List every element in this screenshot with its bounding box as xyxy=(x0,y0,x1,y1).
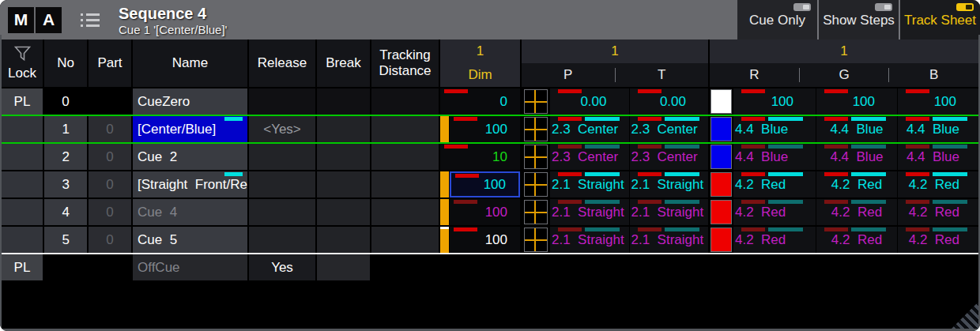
part-cell[interactable] xyxy=(89,254,131,280)
lock-cell[interactable]: PL xyxy=(2,88,43,115)
break-cell[interactable] xyxy=(317,144,370,170)
tracking-distance-cell[interactable] xyxy=(371,144,439,170)
release-cell[interactable] xyxy=(249,144,315,170)
tilt-value-cell[interactable]: 2.3 Center xyxy=(630,144,709,170)
group-number[interactable]: 1 xyxy=(710,39,978,63)
green-value-cell[interactable]: 4.4 Blue xyxy=(816,144,897,170)
button-track-sheet[interactable]: Track Sheet xyxy=(899,0,980,39)
release-cell[interactable] xyxy=(249,88,315,115)
red-value-cell[interactable]: 4.4 Blue xyxy=(733,116,816,142)
pan-value-cell[interactable]: 0.00 xyxy=(550,88,629,115)
part-cell[interactable] xyxy=(89,88,131,115)
red-value-cell[interactable]: 4.2 Red xyxy=(733,199,816,225)
header-part[interactable]: Part xyxy=(89,39,131,87)
break-cell[interactable] xyxy=(317,88,370,115)
tilt-value-cell[interactable]: 2.1 Straight xyxy=(630,199,709,225)
pan-value-cell[interactable]: 2.3 Center xyxy=(550,144,629,170)
dim-cell[interactable]: 10 xyxy=(440,144,520,170)
blue-value-cell[interactable]: 4.2 Red xyxy=(898,227,978,253)
list-icon[interactable] xyxy=(81,10,100,30)
cue-number-cell[interactable] xyxy=(44,254,87,280)
dim-value-cell[interactable]: 0 xyxy=(440,88,520,115)
green-value-cell[interactable]: 4.4 Blue xyxy=(816,116,897,142)
pan-value-cell[interactable]: 2.1 Straight xyxy=(550,171,629,197)
cue-name-cell[interactable]: [Straight Front/Re xyxy=(133,171,247,197)
lock-cell[interactable] xyxy=(2,144,43,170)
green-value-cell[interactable]: 4.2 Red xyxy=(816,227,897,253)
red-value-cell[interactable]: 4.4 Blue xyxy=(733,144,816,170)
dim-value-cell[interactable]: 100 xyxy=(450,199,520,225)
header-dim[interactable]: Dim xyxy=(440,67,520,83)
tracking-distance-cell[interactable] xyxy=(371,199,439,225)
blue-value-cell[interactable]: 100 xyxy=(898,88,978,115)
cue-number-cell[interactable]: 0 xyxy=(44,88,87,115)
header-td[interactable]: Tracking Distance xyxy=(371,39,439,87)
header-g[interactable]: G xyxy=(800,67,889,83)
dim-cell[interactable]: 100 xyxy=(440,171,520,197)
tracking-distance-cell[interactable] xyxy=(371,171,439,197)
release-cell[interactable] xyxy=(249,199,315,225)
group-number[interactable]: 1 xyxy=(522,39,708,63)
header-name[interactable]: Name xyxy=(133,39,247,87)
cue-number-cell[interactable]: 5 xyxy=(44,227,87,253)
group-number[interactable]: 1 xyxy=(440,39,520,63)
dim-value-cell[interactable]: 100 xyxy=(450,227,520,253)
dim-value-cell[interactable]: 100 xyxy=(450,116,520,142)
tracking-distance-cell[interactable] xyxy=(371,227,439,253)
part-cell[interactable]: 0 xyxy=(89,199,131,225)
release-cell[interactable] xyxy=(249,227,315,253)
cue-name-cell[interactable]: [Center/Blue] xyxy=(133,116,247,142)
blue-value-cell[interactable]: 4.2 Red xyxy=(898,171,978,197)
dim-cell[interactable]: 0 xyxy=(440,88,520,115)
tilt-value-cell[interactable]: 2.1 Straight xyxy=(630,227,709,253)
button-cue-only[interactable]: Cue Only xyxy=(737,0,817,39)
tilt-value-cell[interactable]: 2.1 Straight xyxy=(630,171,709,197)
tracking-distance-cell[interactable] xyxy=(371,116,439,142)
pan-value-cell[interactable]: 2.1 Straight xyxy=(550,199,629,225)
header-break[interactable]: Break xyxy=(317,39,370,87)
part-cell[interactable]: 0 xyxy=(89,227,131,253)
resize-handle[interactable] xyxy=(952,302,978,329)
header-lock[interactable]: Lock xyxy=(2,39,43,87)
cue-name-cell[interactable]: Cue 2 xyxy=(133,144,247,170)
ma-logo[interactable]: M A xyxy=(8,7,62,33)
blue-value-cell[interactable]: 4.2 Red xyxy=(898,199,978,225)
red-value-cell[interactable]: 100 xyxy=(733,88,816,115)
header-p[interactable]: P xyxy=(522,67,615,83)
tracking-distance-cell[interactable] xyxy=(371,88,439,115)
part-cell[interactable]: 0 xyxy=(89,144,131,170)
header-release[interactable]: Release xyxy=(249,39,315,87)
release-cell[interactable]: <Yes> xyxy=(249,116,315,142)
cue-name-cell[interactable]: Cue 4 xyxy=(133,199,247,225)
header-t[interactable]: T xyxy=(616,67,709,83)
tilt-value-cell[interactable]: 0.00 xyxy=(630,88,709,115)
part-cell[interactable]: 0 xyxy=(89,171,131,197)
red-value-cell[interactable]: 4.2 Red xyxy=(733,171,816,197)
break-cell[interactable] xyxy=(317,199,370,225)
green-value-cell[interactable]: 4.2 Red xyxy=(816,199,897,225)
pan-value-cell[interactable]: 2.3 Center xyxy=(550,116,629,142)
break-cell[interactable] xyxy=(317,171,370,197)
green-value-cell[interactable]: 4.2 Red xyxy=(816,171,897,197)
break-cell[interactable] xyxy=(317,227,370,253)
pan-value-cell[interactable]: 2.1 Straight xyxy=(550,227,629,253)
lock-cell[interactable] xyxy=(2,227,43,253)
red-value-cell[interactable]: 4.2 Red xyxy=(733,227,816,253)
blue-value-cell[interactable]: 4.4 Blue xyxy=(898,144,978,170)
green-value-cell[interactable]: 100 xyxy=(816,88,897,115)
release-cell[interactable] xyxy=(249,171,315,197)
button-show-steps[interactable]: Show Steps xyxy=(817,0,899,39)
cue-number-cell[interactable]: 2 xyxy=(44,144,87,170)
lock-cell[interactable]: PL xyxy=(2,254,43,280)
part-cell[interactable]: 0 xyxy=(89,116,131,142)
lock-cell[interactable] xyxy=(2,116,43,142)
dim-value-cell[interactable]: 10 xyxy=(440,144,520,170)
cue-name-cell[interactable]: Cue 5 xyxy=(133,227,247,253)
tilt-value-cell[interactable]: 2.3 Center xyxy=(630,116,709,142)
lock-cell[interactable] xyxy=(2,199,43,225)
break-cell[interactable] xyxy=(317,116,370,142)
header-b[interactable]: B xyxy=(889,67,978,83)
release-cell[interactable]: Yes xyxy=(249,254,315,280)
dim-cell[interactable]: 100 xyxy=(440,116,520,142)
tracking-distance-cell[interactable] xyxy=(371,254,439,280)
